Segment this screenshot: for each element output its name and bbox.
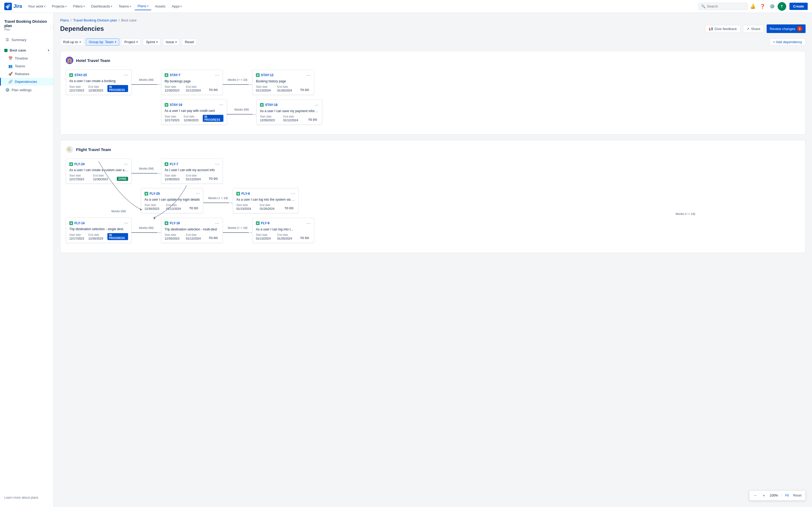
sprint-filter-button[interactable]: Sprint ▾ <box>143 38 161 46</box>
zoom-out-button[interactable]: − <box>752 492 759 499</box>
card-menu-icon[interactable]: ⋯ <box>124 72 128 77</box>
card-menu-icon[interactable]: ⋯ <box>219 102 223 107</box>
issue-id[interactable]: FLY-6 <box>241 192 250 195</box>
status-badge: TO DO <box>188 206 200 210</box>
chevron-down-icon: ▾ <box>137 41 138 44</box>
nav-teams[interactable]: Teams ▾ <box>116 3 134 10</box>
chevron-down-icon: ▾ <box>44 5 45 8</box>
issue-id[interactable]: STAY-7 <box>170 73 181 77</box>
rollup-button[interactable]: Roll-up to ▾ <box>60 38 84 46</box>
card-menu-icon[interactable]: ⋯ <box>215 221 219 226</box>
app-logo[interactable]: Jira <box>4 3 22 10</box>
reset-button[interactable]: Reset <box>182 38 197 46</box>
table-row: ■ STAY-19 ⋯ As a user I can pay with cre… <box>161 99 800 125</box>
card-menu-icon[interactable]: ⋯ <box>291 191 295 196</box>
chevron-down-icon: ▾ <box>156 41 158 44</box>
status-badge: TO DO <box>299 236 311 240</box>
card-menu-icon[interactable]: ⋯ <box>124 221 128 226</box>
issue-id[interactable]: FLY-25 <box>150 192 160 195</box>
user-avatar[interactable]: T <box>778 2 786 11</box>
issue-type-icon: ■ <box>69 162 73 166</box>
add-dependency-button[interactable]: + Add dependency <box>770 38 806 46</box>
breadcrumb-plans[interactable]: Plans <box>60 18 69 22</box>
groupby-button[interactable]: Group by: Team ▾ <box>86 38 119 46</box>
table-row: ■ FLY-24 ⋯ As a user I can create a cust… <box>66 159 800 184</box>
nav-plans[interactable]: Plans ▾ <box>135 2 151 10</box>
sidebar-item-timeline[interactable]: 📅 Timeline <box>0 54 53 62</box>
create-button[interactable]: Create <box>790 3 808 10</box>
issue-title: As a user I can save my payment inform..… <box>260 109 319 113</box>
nav-dashboards[interactable]: Dashboards ▾ <box>89 3 115 10</box>
review-changes-button[interactable]: Review changes 2 <box>767 24 806 33</box>
learn-more-link[interactable]: Learn more about plans <box>4 496 49 500</box>
sidebar-item-releases[interactable]: 🚀 Releases <box>0 70 53 78</box>
sidebar-item-teams[interactable]: 👥 Teams <box>0 62 53 70</box>
arrow-right-icon: → <box>253 112 256 116</box>
card-menu-icon[interactable]: ⋯ <box>306 73 311 78</box>
breadcrumb-current: Best case <box>121 18 137 22</box>
issue-id[interactable]: STAY-18 <box>265 103 277 107</box>
nav-assets[interactable]: Assets <box>152 3 168 10</box>
sidebar-item-plan-settings[interactable]: ⚙️ Plan settings <box>0 86 53 94</box>
status-badge: TO DO <box>299 88 311 92</box>
card-menu-icon[interactable]: ⋯ <box>306 221 311 226</box>
issue-id[interactable]: FLY-14 <box>74 221 85 225</box>
help-button[interactable]: ❓ <box>758 2 767 11</box>
hotel-team-icon: 🏨 <box>66 57 73 64</box>
search-box[interactable]: 🔍 <box>698 3 748 10</box>
zoom-reset-button[interactable]: Reset <box>792 493 803 498</box>
flight-team-header: 🌤️ Flight Travel Team <box>66 146 800 153</box>
issue-id[interactable]: STAY-19 <box>170 103 182 107</box>
nav-your-work[interactable]: Your work ▾ <box>25 3 48 10</box>
dep-card-fly9: ■ FLY-9 ⋯ As a user I can log into t... … <box>252 218 314 243</box>
issue-id[interactable]: FLY-9 <box>261 221 269 225</box>
dependency-connector: blocks (0d) → <box>132 167 161 175</box>
issue-id[interactable]: FLY-7 <box>170 162 178 166</box>
jira-logo-text: Jira <box>13 3 22 9</box>
zoom-in-button[interactable]: + <box>760 492 768 499</box>
issue-filter-button[interactable]: Issue ▾ <box>163 38 180 46</box>
arrow-right-icon: → <box>249 230 252 235</box>
issue-id[interactable]: STAY-25 <box>74 73 87 77</box>
issue-type-icon: ■ <box>256 221 260 225</box>
breadcrumb-plan-name[interactable]: Travel Booking Division plan <box>73 18 117 22</box>
breadcrumb: Plans / Travel Booking Division plan / B… <box>60 18 806 22</box>
issue-title: As a user I can log into the system via … <box>236 198 295 202</box>
issue-type-icon: ■ <box>165 103 168 107</box>
card-menu-icon[interactable]: ⋯ <box>124 162 128 167</box>
nav-filters[interactable]: Filters ▾ <box>70 3 87 10</box>
dep-card-fly25: ■ FLY-25 ⋯ As a user I can update my log… <box>141 188 203 213</box>
give-feedback-button[interactable]: 📢 Give feedback <box>705 25 740 33</box>
settings-icon: ⚙️ <box>5 88 9 92</box>
card-menu-icon[interactable]: ⋯ <box>215 162 219 167</box>
settings-button[interactable]: ⚙️ <box>768 2 776 11</box>
flight-team-icon: 🌤️ <box>66 146 73 153</box>
project-filter-button[interactable]: Project ▾ <box>121 38 141 46</box>
breadcrumb-separator: / <box>119 18 120 22</box>
card-menu-icon[interactable]: ⋯ <box>215 73 219 78</box>
notifications-button[interactable]: 🔔 <box>749 2 757 11</box>
share-button[interactable]: ↗ Share <box>743 25 764 33</box>
issue-id[interactable]: FLY-24 <box>74 162 85 166</box>
card-menu-icon[interactable]: ⋯ <box>314 103 319 108</box>
dependencies-icon: 🔗 <box>8 80 13 84</box>
dependency-connector: blocks (0d) → <box>132 78 161 87</box>
sidebar-item-dependencies[interactable]: 🔗 Dependencies <box>0 78 53 86</box>
arrow-right-icon: → <box>157 230 161 235</box>
search-input[interactable] <box>707 4 745 8</box>
issue-title: As I user I can edit my account info <box>165 168 219 172</box>
review-count-badge: 2 <box>797 26 802 32</box>
sidebar-best-case-toggle[interactable]: Best case ▾ <box>0 46 53 54</box>
arrow-right-icon: → <box>157 171 161 175</box>
issue-id[interactable]: STAY-12 <box>261 73 273 77</box>
nav-apps[interactable]: Apps ▾ <box>169 3 185 10</box>
issue-id[interactable]: FLY-16 <box>170 221 180 225</box>
nav-projects[interactable]: Projects ▾ <box>49 3 69 10</box>
sidebar-item-summary[interactable]: ☰ Summary <box>0 36 53 44</box>
arrow-right-icon: → <box>249 82 252 87</box>
timeline-icon: 📅 <box>8 56 13 60</box>
status-badge: TO DO <box>307 118 319 122</box>
dependency-connector: blocks (+ < 1d) → <box>223 78 252 87</box>
card-menu-icon[interactable]: ⋯ <box>196 191 200 196</box>
zoom-fit-button[interactable]: Fit <box>783 493 790 498</box>
